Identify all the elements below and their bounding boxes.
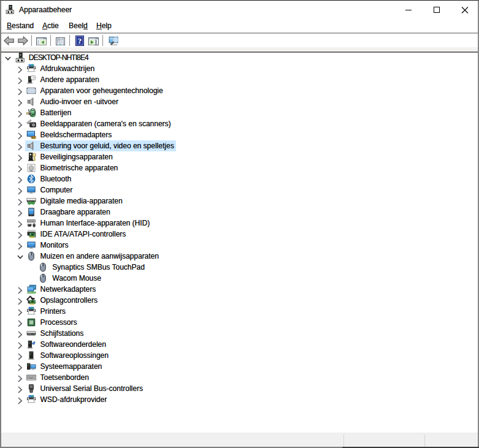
svg-text:?: ? [77,36,82,45]
svg-text:?: ? [31,75,34,81]
